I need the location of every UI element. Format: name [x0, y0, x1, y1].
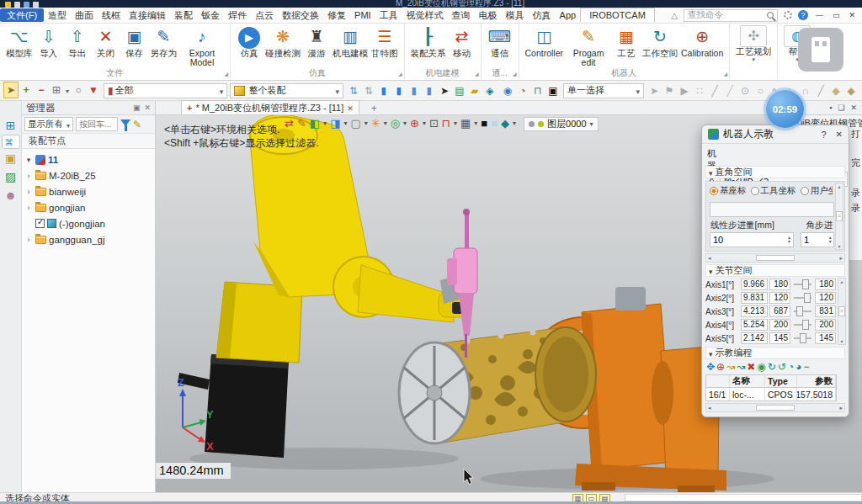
grid-pick-icon[interactable]: ⊞	[49, 82, 64, 98]
axis-max-input[interactable]: 120	[815, 292, 836, 304]
axis-value-input[interactable]: 5.254	[741, 319, 768, 331]
notification-icon[interactable]	[671, 9, 678, 21]
group-expand-icon[interactable]	[224, 66, 228, 78]
process-planning-button[interactable]: ✣ 工艺规划 ▾	[734, 25, 773, 62]
circle-icon[interactable]: ○	[753, 83, 768, 98]
pin-icon[interactable]: ⚑	[662, 83, 677, 98]
tree-node-bianweiji[interactable]: › bianweiji	[22, 183, 155, 199]
robot-head-icon[interactable]: ◉	[500, 83, 515, 98]
horizontal-scrollbar[interactable]	[705, 253, 845, 263]
tree-expand-icon[interactable]: ›	[24, 236, 33, 244]
close-file-button[interactable]: ✕ 关闭	[92, 25, 120, 58]
communication-button[interactable]: ⌨ 通信	[486, 25, 514, 58]
dmu-swap-icon[interactable]: ⇄	[284, 117, 295, 130]
scroll-left-icon[interactable]	[708, 255, 711, 262]
face-icon[interactable]: ◆	[828, 83, 843, 98]
scope-dropdown[interactable]: 整个装配	[230, 83, 343, 98]
menu-shape[interactable]: 造型	[44, 8, 71, 22]
polyline-icon[interactable]: ╱	[722, 83, 737, 98]
status-input-area[interactable]	[625, 494, 862, 501]
group-expand-icon[interactable]	[475, 66, 479, 78]
collapse-icon[interactable]: −	[803, 361, 809, 373]
scroll-thumb[interactable]	[756, 255, 795, 261]
view-manager-icon[interactable]: ▣	[2, 149, 20, 167]
dmu-ring-icon[interactable]: ◎	[390, 117, 401, 130]
loop-ccw-icon[interactable]: ↺	[778, 361, 786, 373]
angular-step-input[interactable]	[801, 233, 827, 247]
tree-search-input[interactable]	[76, 117, 118, 131]
axis-min-input[interactable]: 687	[769, 305, 790, 317]
scroll-right-icon[interactable]	[839, 405, 843, 411]
point-grid-icon[interactable]: ∷	[692, 83, 707, 98]
walkthrough-button[interactable]: ♜ 漫游	[302, 25, 331, 58]
menu-app[interactable]: App	[556, 8, 581, 22]
show-all-dropdown[interactable]: 显示所有	[24, 117, 73, 131]
menu-irobotcam[interactable]: IROBOTCAM	[580, 8, 655, 22]
scroll-down-icon[interactable]	[840, 338, 843, 344]
dropdown-caret-icon[interactable]: ▾	[322, 117, 327, 130]
checkbox-icon[interactable]	[35, 219, 45, 228]
history-manager-icon[interactable]: ⊞	[2, 116, 20, 135]
teach-points-table[interactable]: 名称 Type 参数 16/1 loc-... CPOS 1157.5018	[705, 374, 837, 401]
search-icon[interactable]	[767, 12, 774, 19]
dmu-clip-icon[interactable]: ⊓	[441, 117, 451, 130]
workspace-button[interactable]: ↻ 工作空间	[641, 25, 679, 58]
move-button[interactable]: ⇄ 移动	[448, 25, 476, 58]
slider-thumb[interactable]	[802, 279, 809, 289]
menu-surface[interactable]: 曲面	[71, 8, 98, 22]
cartesian-section-header[interactable]: 直角空间	[705, 166, 845, 178]
group-expand-icon[interactable]	[398, 66, 402, 78]
lasso-icon[interactable]: ○	[71, 82, 86, 98]
dmu-target-icon[interactable]: ⊕	[409, 117, 420, 130]
menu-visual-style[interactable]: 视觉样式	[402, 8, 448, 22]
line-icon[interactable]: ╱	[707, 83, 722, 98]
scroll-thumb[interactable]	[838, 306, 845, 316]
quick-save-icon[interactable]	[5, 2, 11, 8]
menu-inquire[interactable]: 查询	[448, 8, 475, 22]
scroll-left-icon[interactable]	[708, 405, 711, 411]
simulate-button[interactable]: ▶ 仿真	[235, 25, 263, 58]
assembly-relation-button[interactable]: ┠ 装配关系	[409, 25, 448, 58]
assembly-manager-icon[interactable]: ⌘	[2, 135, 20, 149]
slider-thumb[interactable]	[802, 320, 809, 330]
dmu-section-icon[interactable]: ⊡	[428, 117, 439, 130]
axis-slider[interactable]	[794, 310, 811, 312]
dmu-display-icon[interactable]: ▦	[460, 117, 471, 130]
program-edit-button[interactable]: ✎ Progam edit	[565, 25, 612, 67]
arc-icon[interactable]: ∩	[798, 83, 813, 98]
mdi-restore-icon[interactable]	[838, 103, 844, 112]
dmu-wireframe-icon[interactable]: ▢	[349, 117, 361, 130]
menu-tools[interactable]: 工具	[375, 8, 402, 22]
delete-point-icon[interactable]: ✖	[747, 361, 755, 373]
tree-node-gongjian[interactable]: › gongjian	[22, 199, 155, 215]
visual-manager-icon[interactable]: ▨	[2, 167, 20, 186]
gear-icon[interactable]	[784, 11, 792, 19]
table-horizontal-scrollbar[interactable]	[705, 403, 845, 412]
tab-close-icon[interactable]	[347, 103, 354, 113]
regen-icon[interactable]: ⇅	[346, 83, 361, 98]
add-select-icon[interactable]: +	[19, 82, 34, 98]
slider-thumb[interactable]	[796, 306, 803, 316]
axis-slider[interactable]	[794, 284, 811, 285]
dmu-shade-green-icon[interactable]: ◧	[309, 117, 321, 130]
jog-move-icon[interactable]: ✥	[706, 361, 715, 373]
world-icon[interactable]: ◕	[795, 361, 801, 373]
tab-pin-icon[interactable]	[187, 103, 192, 113]
mdi-minimize-icon[interactable]	[829, 103, 832, 112]
menu-weldment[interactable]: 焊件	[224, 8, 251, 22]
linear-step-spinner[interactable]	[710, 232, 794, 247]
angular-step-spinner[interactable]	[801, 232, 834, 247]
axis-max-input[interactable]: 831	[815, 305, 836, 317]
filter-funnel-icon[interactable]	[120, 119, 130, 126]
column-state-icon[interactable]: ▮	[376, 83, 391, 98]
pick-arrow-icon[interactable]: ➤	[437, 83, 452, 98]
column-state4-icon[interactable]: ▮	[422, 83, 437, 98]
menu-data-exchange[interactable]: 数据交换	[278, 8, 323, 22]
dropdown-caret-icon[interactable]: ▾	[473, 117, 478, 130]
menu-wireframe[interactable]: 线框	[98, 8, 125, 22]
selection-mode-dropdown[interactable]: 单一选择	[563, 83, 644, 98]
tree-node-gongjian-part[interactable]: (-)gongjian	[22, 215, 155, 231]
controller-button[interactable]: ◫ Controller	[524, 25, 566, 58]
query-manager-icon[interactable]: ☻	[2, 186, 20, 204]
remove-select-icon[interactable]: −	[34, 82, 49, 98]
